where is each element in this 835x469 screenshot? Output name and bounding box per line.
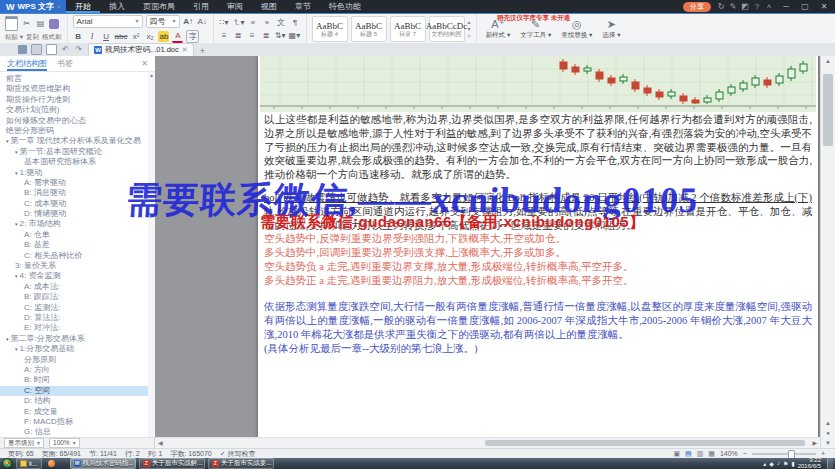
expand-arrow-icon[interactable]: ▾: [15, 344, 18, 354]
font-size-select[interactable]: 四号▾: [146, 15, 180, 28]
highlight-button[interactable]: ab: [158, 31, 169, 42]
format-painter-icon[interactable]: [49, 19, 59, 29]
nav-item[interactable]: 绝密分形密码: [0, 126, 155, 136]
nav-item[interactable]: 分形原则: [0, 355, 155, 365]
numbering-button[interactable]: ⒈▾: [233, 17, 245, 28]
paragraph-1[interactable]: 以上这些都是利益的敏感地带,称为边界,边界类似国界,是多空双方的利益界限,任何越…: [264, 113, 812, 182]
taskbar-clock[interactable]: 9:22 2016/6/5: [798, 458, 824, 469]
nav-item[interactable]: A: 仓单: [0, 230, 155, 240]
previous-page-button[interactable]: ▲: [821, 420, 835, 426]
nav-item[interactable]: 3: 量价关系: [0, 261, 155, 271]
volume-icon[interactable]: ♪: [777, 460, 780, 467]
nav-item[interactable]: 如何修炼交易中的心态: [0, 116, 155, 126]
scroll-right-arrow-icon[interactable]: ▶: [812, 438, 817, 448]
nav-item[interactable]: ▾第二章:分形交易体系: [0, 334, 155, 344]
outline-view-icon[interactable]: ▦: [708, 450, 715, 458]
nav-item[interactable]: F: MACD指标: [0, 417, 155, 427]
web-layout-view-icon[interactable]: ▥: [697, 450, 704, 458]
ribbon-promo-text[interactable]: 稻壳汉仪字库专享 未开通: [497, 14, 570, 23]
expand-arrow-icon[interactable]: ▾: [15, 147, 18, 157]
italic-button[interactable]: I: [87, 31, 98, 42]
ribbon-tab-插入[interactable]: 插入: [100, 0, 134, 13]
tool-选择[interactable]: ➤选择 ▾: [598, 18, 624, 40]
style-card[interactable]: AaBbC目录 7: [390, 16, 426, 42]
nav-item[interactable]: B: 基差: [0, 240, 155, 250]
document-canvas[interactable]: 以上这些都是利益的敏感地带,称为边界,边界类似国界,是多空双方的利益界限,任何越…: [155, 56, 820, 437]
select-browse-object-button[interactable]: ●: [821, 430, 835, 436]
font-color-button[interactable]: A: [172, 30, 183, 43]
close-button[interactable]: ✕: [817, 2, 831, 11]
grow-font-button[interactable]: A↑: [183, 16, 194, 27]
nav-item[interactable]: 期货操作行为准则: [0, 95, 155, 105]
taskbar-task[interactable]: [45, 459, 67, 468]
shield-icon[interactable]: ◆: [769, 460, 774, 467]
ribbon-tab-开始[interactable]: 开始: [66, 0, 100, 13]
superscript-button[interactable]: x²: [130, 31, 141, 42]
shrink-font-button[interactable]: A↓: [197, 16, 208, 27]
nav-item[interactable]: 交易计划(范例): [0, 105, 155, 115]
shading-button[interactable]: ▦▾: [289, 30, 301, 41]
nav-item[interactable]: ▾4: 资金监测: [0, 271, 155, 281]
copy-icon[interactable]: ▤: [35, 18, 46, 29]
scroll-left-arrow-icon[interactable]: ◀: [158, 438, 163, 448]
bullets-button[interactable]: ∷▾: [219, 17, 230, 28]
tab-document-map[interactable]: 文档结构图: [7, 56, 47, 71]
align-center-button[interactable]: ≣: [233, 30, 244, 41]
redo-icon[interactable]: ↷: [74, 45, 83, 54]
underline-button[interactable]: U: [101, 31, 112, 42]
nav-item[interactable]: D: 算法法:: [0, 313, 155, 323]
close-pane-icon[interactable]: ✕: [141, 59, 148, 68]
nav-zoom-select[interactable]: 100%▾: [49, 438, 80, 448]
spell-check-status[interactable]: ✓ 拼写检查: [220, 449, 256, 459]
nav-item[interactable]: C: 相关品种比价: [0, 251, 155, 261]
horizontal-scrollbar[interactable]: ◀ ▶: [155, 437, 820, 448]
nav-item[interactable]: D: 结构: [0, 396, 155, 406]
expand-arrow-icon[interactable]: ▾: [6, 136, 9, 146]
style-card[interactable]: AaBbC标题 5: [351, 16, 387, 42]
strikethrough-button[interactable]: abc: [115, 31, 128, 42]
nav-item[interactable]: ▾1:分形交易基础: [0, 344, 155, 354]
increase-indent-button[interactable]: »: [262, 17, 273, 28]
blue-note[interactable]: (具体分析见最后一章--大级别的第七浪上涨。): [264, 342, 812, 356]
save-icon[interactable]: [18, 45, 27, 54]
nav-item[interactable]: A: 方向: [0, 365, 155, 375]
format-painter-button[interactable]: 格式刷: [42, 33, 62, 42]
start-button[interactable]: [2, 458, 13, 469]
horizontal-scroll-thumb[interactable]: [485, 440, 805, 446]
text-direction-button[interactable]: 文: [276, 17, 287, 28]
flag-icon[interactable]: ⚑: [783, 460, 788, 467]
vertical-scrollbar[interactable]: ▲ ▲ ● ▼: [820, 56, 835, 448]
ribbon-tab-章节[interactable]: 章节: [286, 0, 320, 13]
skin-icon[interactable]: ◩: [740, 2, 750, 11]
ribbon-tab-引用[interactable]: 引用: [184, 0, 218, 13]
nav-item[interactable]: C: 空间: [0, 386, 155, 396]
nav-item[interactable]: ▾第一章 现代技术分析体系及量化交易: [0, 136, 155, 146]
preview-icon[interactable]: [46, 44, 57, 55]
print-layout-view-icon[interactable]: ▤: [685, 450, 692, 458]
restore-button[interactable]: ▢: [798, 2, 812, 11]
nav-item[interactable]: ▾第一节:基本面研究概论: [0, 147, 155, 157]
collapse-ribbon-icon[interactable]: ˄: [764, 2, 774, 11]
align-right-button[interactable]: ≡: [247, 30, 258, 41]
next-page-button[interactable]: ▼: [821, 440, 835, 446]
network-icon[interactable]: ▮: [791, 460, 794, 467]
paste-button[interactable]: 粘贴 ▾: [5, 33, 23, 42]
strategy-red-lines[interactable]: 空头趋势中,反弹到重要边界受到强阻力,下跌概率大,开空或加仓。多头趋势中,回调到…: [264, 232, 812, 288]
feedback-icon[interactable]: ✎: [728, 2, 738, 11]
line-spacing-button[interactable]: ⇅▾: [275, 30, 286, 41]
open-folder-icon[interactable]: [5, 45, 14, 54]
bold-button[interactable]: B: [73, 31, 84, 42]
ribbon-tab-页面布局[interactable]: 页面布局: [134, 0, 184, 13]
zoom-slider[interactable]: [752, 453, 816, 455]
align-left-button[interactable]: ≡: [219, 30, 230, 41]
tab-close-icon[interactable]: ✕: [182, 46, 188, 54]
blue-paragraph[interactable]: 依据形态测算量度涨跌空间,大行情一般有两倍量度涨幅,普通行情一倍量度涨幅,以盘整…: [264, 300, 812, 341]
document-text[interactable]: 以上这些都是利益的敏感地带,称为边界,边界类似国界,是多空双方的利益界限,任何越…: [264, 113, 812, 356]
nav-item[interactable]: B: 时间: [0, 375, 155, 385]
undo-icon[interactable]: ↶: [61, 45, 70, 54]
style-card[interactable]: AaBbCcDc文档结构图: [429, 16, 465, 42]
sync-icon[interactable]: ↻: [716, 2, 726, 11]
nav-item[interactable]: E: 对冲法:: [0, 323, 155, 333]
expand-arrow-icon[interactable]: ▾: [15, 168, 18, 178]
vertical-scroll-thumb[interactable]: [823, 74, 833, 146]
